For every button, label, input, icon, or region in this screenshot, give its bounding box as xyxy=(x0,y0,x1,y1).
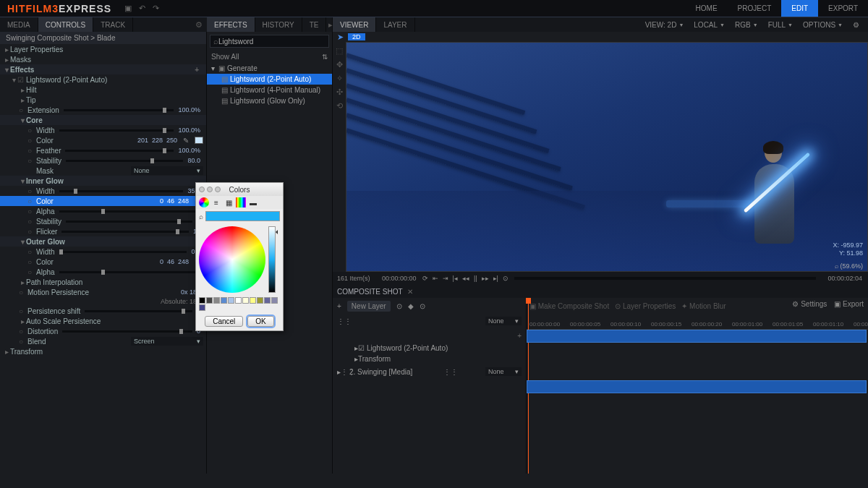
grip-icon[interactable]: ⋮⋮ xyxy=(341,368,349,376)
view-dropdown[interactable]: VIEW: 2D▼ xyxy=(641,21,689,29)
undo-icon[interactable]: ↶ xyxy=(139,4,145,13)
select-tool-icon[interactable]: ⬚ xyxy=(333,46,346,56)
local-dropdown[interactable]: LOCAL▼ xyxy=(689,21,729,29)
rgb-dropdown[interactable]: RGB▼ xyxy=(731,21,762,29)
swatch[interactable] xyxy=(257,297,263,304)
prop-hilt[interactable]: Hilt xyxy=(26,86,36,94)
palette-mode-icon[interactable]: ▦ xyxy=(224,197,234,207)
eyedropper-icon[interactable]: ✎ xyxy=(183,137,189,145)
text-tool-icon[interactable]: ✧ xyxy=(333,74,346,83)
category-generate[interactable]: Generate xyxy=(227,64,258,72)
inner-glow-section[interactable]: Inner Glow xyxy=(26,177,64,185)
timecode-out[interactable]: 00:00:02:04 xyxy=(822,275,868,282)
minimize-icon[interactable] xyxy=(207,187,213,192)
make-composite-button[interactable]: ▣ Make Composite Shot xyxy=(529,302,609,310)
2d-badge[interactable]: 2D xyxy=(348,33,365,40)
swatch[interactable] xyxy=(264,297,271,304)
track-mode-dropdown[interactable]: None▾ xyxy=(485,317,522,325)
step-back-icon[interactable]: ◂◂ xyxy=(462,275,469,282)
rotate-tool-icon[interactable]: ⟲ xyxy=(333,101,346,111)
full-dropdown[interactable]: FULL▼ xyxy=(764,21,797,29)
range-icon[interactable]: ⇤ xyxy=(433,275,438,282)
gear-icon[interactable]: ⚙ xyxy=(191,20,207,30)
effect-ls-2point[interactable]: Lightsword (2-Point Auto) xyxy=(230,75,311,83)
goto-start-icon[interactable]: ⇥ xyxy=(443,275,448,282)
plus-icon[interactable]: + xyxy=(337,302,341,310)
timecode-in[interactable]: 00:00:00:00 xyxy=(376,275,422,282)
prop-tip[interactable]: Tip xyxy=(26,96,36,104)
add-effect-icon[interactable]: + xyxy=(195,66,203,74)
loop-icon[interactable]: ⟳ xyxy=(422,275,428,282)
current-color-swatch[interactable] xyxy=(205,211,280,221)
timeline-ruler[interactable]: 00:00:00:0000:00:00:0500:00:00:1000:00:0… xyxy=(527,314,868,330)
zoom-level[interactable]: (59.6%) xyxy=(840,262,863,270)
swatch[interactable] xyxy=(242,297,249,304)
ok-button[interactable]: OK xyxy=(247,316,273,327)
settings-button[interactable]: ⚙ Settings xyxy=(792,300,827,308)
zoom-icon[interactable] xyxy=(215,187,221,192)
track-transform[interactable]: Transform xyxy=(358,355,391,363)
tab-controls[interactable]: CONTROLS xyxy=(38,17,94,32)
effects-section[interactable]: Effects xyxy=(10,66,34,74)
timeline-clip[interactable] xyxy=(527,330,867,343)
new-layer-button[interactable]: New Layer xyxy=(347,301,391,312)
outer-glow-section[interactable]: Outer Glow xyxy=(26,238,65,246)
swatch[interactable] xyxy=(271,297,278,304)
save-icon[interactable]: ▣ xyxy=(124,4,132,13)
next-frame-icon[interactable]: ▸| xyxy=(493,275,498,282)
swatch[interactable] xyxy=(213,297,220,304)
transform-section[interactable]: Transform xyxy=(10,348,43,356)
twisty-icon[interactable]: ▾ xyxy=(3,66,10,74)
tab-track[interactable]: TRACK xyxy=(93,17,133,32)
tab-effects[interactable]: EFFECTS xyxy=(207,17,255,32)
hand-tool-icon[interactable]: ✥ xyxy=(333,60,346,69)
keyframe-icon[interactable]: ○ xyxy=(19,106,27,114)
track-mode-dropdown[interactable]: None▾ xyxy=(485,367,522,376)
swatch[interactable] xyxy=(228,297,234,304)
twisty-icon[interactable]: ▾ xyxy=(10,76,17,84)
options-dropdown[interactable]: OPTIONS▼ xyxy=(799,21,847,29)
blend-dropdown[interactable]: Screen▾ xyxy=(131,337,203,346)
play-icon[interactable]: || xyxy=(474,275,477,282)
swatch[interactable] xyxy=(199,297,205,304)
layer-props-button[interactable]: ⊙ Layer Properties xyxy=(615,302,676,310)
extension-slider[interactable] xyxy=(64,109,174,111)
scrubber[interactable] xyxy=(514,277,817,280)
color-wheel[interactable] xyxy=(199,226,265,293)
prop-path-interp[interactable]: Path Interpolation xyxy=(26,278,82,286)
grip-icon[interactable]: ⋮⋮ xyxy=(337,317,346,325)
viewer-canvas[interactable]: X: -959.97 Y: 51.98 ⌕ (59.6%) xyxy=(346,42,868,272)
track-effect[interactable]: Lightsword (2-Point Auto) xyxy=(367,344,448,352)
swatch[interactable] xyxy=(199,304,205,311)
nav-edit[interactable]: EDIT xyxy=(781,0,818,17)
wheel-mode-icon[interactable] xyxy=(199,197,209,207)
swatch[interactable] xyxy=(250,297,256,304)
checkbox-icon[interactable]: ☑ xyxy=(358,344,367,352)
crayons-mode-icon[interactable]: ▬ xyxy=(248,197,258,207)
composite-shot-tab[interactable]: COMPOSITE SHOT xyxy=(337,288,403,296)
prev-kf-icon[interactable]: ⊙ xyxy=(396,302,402,310)
export-button[interactable]: ▣ Export xyxy=(834,300,864,308)
zoom-icon[interactable]: ⌕ xyxy=(835,262,838,270)
grip-icon[interactable]: ⋮⋮ xyxy=(443,368,452,376)
prev-frame-icon[interactable]: |◂ xyxy=(453,275,458,282)
tab-layer[interactable]: LAYER xyxy=(376,17,414,32)
search-input[interactable] xyxy=(218,38,326,46)
spectrum-mode-icon[interactable] xyxy=(236,197,246,207)
effect-ls-4point[interactable]: Lightsword (4-Point Manual) xyxy=(230,86,320,94)
show-all[interactable]: Show All xyxy=(211,53,239,61)
nav-project[interactable]: PROJECT xyxy=(728,0,782,17)
nav-home[interactable]: HOME xyxy=(686,0,728,17)
brightness-slider[interactable] xyxy=(268,226,276,293)
tab-media[interactable]: MEDIA xyxy=(0,17,38,32)
effect-ls-glow[interactable]: Lightsword (Glow Only) xyxy=(230,97,305,105)
checkbox-icon[interactable]: ☑ xyxy=(17,76,26,84)
swatch[interactable] xyxy=(235,297,242,304)
next-kf-icon[interactable]: ⊙ xyxy=(420,302,425,310)
layer-properties[interactable]: Layer Properties xyxy=(10,46,63,53)
swatch[interactable] xyxy=(221,297,227,304)
tab-text[interactable]: TE xyxy=(302,17,327,32)
nav-export[interactable]: EXPORT xyxy=(818,0,868,17)
redo-icon[interactable]: ↷ xyxy=(153,4,159,13)
core-section[interactable]: Core xyxy=(26,116,43,124)
